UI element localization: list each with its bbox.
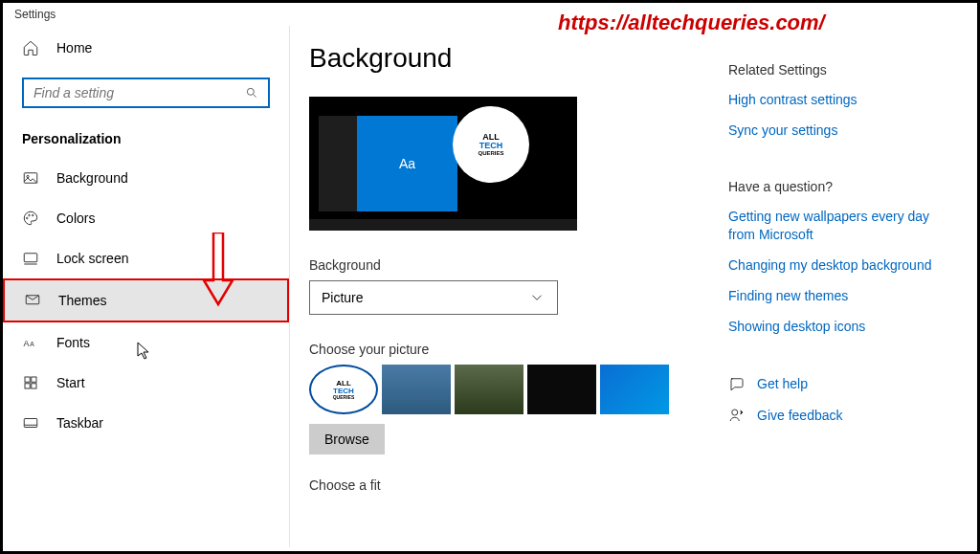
svg-text:A: A [24,339,30,348]
preview-taskbar [309,219,577,231]
sidebar-item-start[interactable]: Start [3,363,289,403]
preview-wallpaper-logo: ALLTECHQUERIES [453,106,529,183]
svg-point-18 [732,410,738,415]
choose-fit-label: Choose a fit [309,477,690,493]
sidebar-home-label: Home [56,40,92,55]
background-label: Background [309,257,690,273]
help-chat-icon [728,375,746,392]
link-desktop-icons[interactable]: Showing desktop icons [728,318,958,335]
sidebar-item-label: Lock screen [56,251,128,266]
svg-rect-7 [24,254,37,262]
sidebar-home[interactable]: Home [3,26,289,70]
sidebar-item-label: Background [56,170,128,186]
page-title: Background [309,43,690,74]
svg-rect-14 [25,384,30,388]
sidebar-item-label: Fonts [56,335,90,350]
home-icon [22,39,39,56]
sidebar-item-label: Taskbar [56,415,103,431]
link-find-themes[interactable]: Finding new themes [728,287,958,304]
sidebar-item-background[interactable]: Background [3,158,289,198]
search-input[interactable] [33,85,245,100]
lockscreen-icon [22,250,39,267]
annotation-arrow [199,233,237,309]
picture-thumbnails: ALLTECHQUERIES [309,365,690,414]
sidebar-item-colors[interactable]: Colors [3,198,289,238]
sidebar-item-lockscreen[interactable]: Lock screen [3,238,289,278]
sidebar-item-label: Themes [58,293,107,308]
picture-thumbnail-2[interactable] [382,365,451,414]
sidebar: Home Personalization Background Colors [3,26,290,547]
svg-rect-12 [25,377,30,382]
palette-icon [22,210,39,227]
svg-rect-13 [32,377,36,382]
link-get-help[interactable]: Get help [757,375,808,392]
svg-rect-16 [24,419,37,428]
desktop-preview: Aa ALLTECHQUERIES [309,97,577,231]
picture-thumbnail-5[interactable] [600,365,669,414]
sidebar-item-themes[interactable]: Themes [3,278,289,322]
sidebar-category: Personalization [3,125,289,158]
fonts-icon: AA [22,334,39,351]
link-sync-settings[interactable]: Sync your settings [728,122,958,139]
preview-sample-window: Aa [357,116,457,211]
picture-thumbnail-3[interactable] [455,365,523,414]
search-icon [245,86,258,100]
related-settings-heading: Related Settings [728,62,958,78]
question-heading: Have a question? [728,179,958,194]
themes-icon [24,292,41,309]
image-icon [22,169,39,187]
link-give-feedback[interactable]: Give feedback [757,407,843,424]
sidebar-item-label: Colors [56,211,95,226]
window-title: Settings [3,3,977,26]
picture-thumbnail-1[interactable]: ALLTECHQUERIES [309,365,378,414]
svg-point-5 [29,214,31,216]
link-high-contrast[interactable]: High contrast settings [728,91,958,108]
svg-line-1 [254,95,256,98]
sidebar-item-label: Start [56,375,85,390]
overlay-watermark-url: https://alltechqueries.com/ [558,11,825,35]
chevron-down-icon [528,289,546,306]
svg-point-4 [27,217,29,219]
search-box[interactable] [22,78,270,108]
feedback-icon [728,407,746,424]
taskbar-icon [22,414,39,432]
sidebar-item-fonts[interactable]: AA Fonts [3,322,289,363]
link-wallpapers[interactable]: Getting new wallpapers every day from Mi… [728,208,958,242]
sidebar-item-taskbar[interactable]: Taskbar [3,403,289,443]
link-change-bg[interactable]: Changing my desktop background [728,256,958,274]
dropdown-value: Picture [322,290,364,305]
svg-point-3 [27,175,29,177]
svg-point-6 [33,214,34,216]
svg-text:A: A [30,341,34,347]
background-dropdown[interactable]: Picture [309,280,558,315]
svg-rect-15 [32,384,36,388]
svg-point-0 [247,88,254,95]
picture-thumbnail-4[interactable] [527,365,596,414]
choose-picture-label: Choose your picture [309,342,690,357]
start-icon [22,374,39,391]
browse-button[interactable]: Browse [309,424,385,454]
